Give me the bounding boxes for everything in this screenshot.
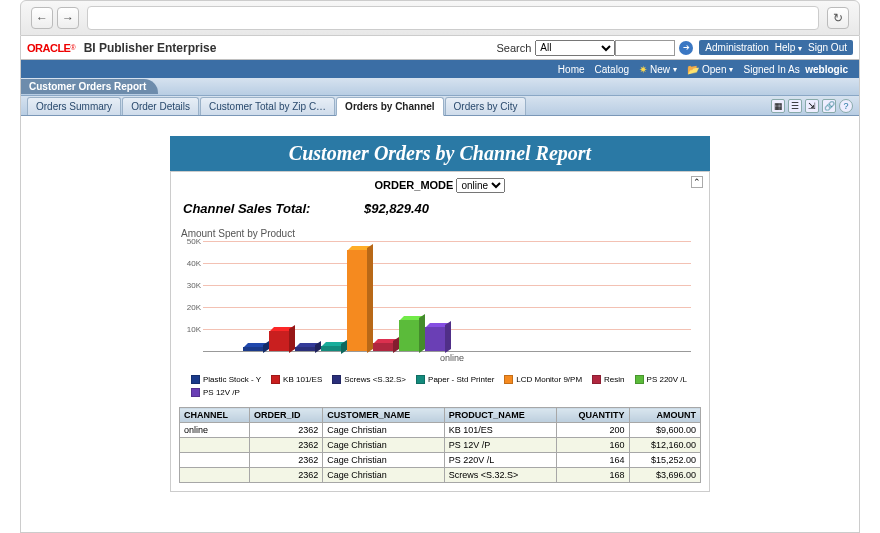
signed-in-label: Signed In As weblogic xyxy=(743,64,848,75)
chart-legend: Plastic Stock - YKB 101/ESScrews <S.32.S… xyxy=(179,371,701,401)
legend-item: LCD Monitor 9/PM xyxy=(504,375,582,384)
legend-item: Paper - Std Printer xyxy=(416,375,494,384)
search-go-button[interactable]: ➔ xyxy=(679,41,693,55)
legend-item: PS 12V /P xyxy=(191,388,240,397)
tab-orders-by-channel[interactable]: Orders by Channel xyxy=(336,97,443,116)
tab-customer-total-zip[interactable]: Customer Total by Zip C… xyxy=(200,97,335,115)
nav-catalog[interactable]: Catalog xyxy=(595,64,629,75)
back-button[interactable]: ← xyxy=(31,7,53,29)
report-breadcrumb: Customer Orders Report xyxy=(21,79,158,94)
search-input[interactable] xyxy=(615,40,675,56)
bar-kb-101-es[interactable] xyxy=(269,331,289,351)
bar-ps-12v-p[interactable] xyxy=(425,327,445,351)
y-tick-label: 20K xyxy=(187,303,201,312)
legend-item: Plastic Stock - Y xyxy=(191,375,261,384)
chain-icon[interactable]: 🔗 xyxy=(822,99,836,113)
breadcrumb: Customer Orders Report xyxy=(21,78,859,96)
tab-order-details[interactable]: Order Details xyxy=(122,97,199,115)
oracle-logo: ORACLE xyxy=(27,42,70,54)
view-tabs: Orders Summary Order Details Customer To… xyxy=(21,96,859,116)
app-window: ORACLE® BI Publisher Enterprise Search A… xyxy=(20,36,860,533)
y-tick-label: 10K xyxy=(187,325,201,334)
help-link[interactable]: Help ▾ xyxy=(775,42,802,53)
y-tick-label: 40K xyxy=(187,259,201,268)
col-product_name[interactable]: PRODUCT_NAME xyxy=(444,408,556,423)
bar-screws-s-32-s-[interactable] xyxy=(295,347,315,351)
export-icon[interactable]: ⇲ xyxy=(805,99,819,113)
nav-open[interactable]: 📂Open▾ xyxy=(687,64,733,75)
signout-link[interactable]: Sign Out xyxy=(808,42,847,53)
col-channel[interactable]: CHANNEL xyxy=(180,408,250,423)
y-tick-label: 50K xyxy=(187,237,201,246)
total-value: $92,829.40 xyxy=(364,201,429,216)
bar-lcd-monitor-9-pm[interactable] xyxy=(347,250,367,351)
filter-row: ORDER_MODE online xyxy=(179,178,701,193)
report-viewport[interactable]: Customer Orders by Channel Report ⌃ ORDE… xyxy=(21,116,859,533)
total-row: Channel Sales Total: $92,829.40 xyxy=(179,199,701,226)
reg-mark: ® xyxy=(70,44,75,51)
collapse-icon[interactable]: ⌃ xyxy=(691,176,703,188)
data-table: CHANNELORDER_IDCUSTOMER_NAMEPRODUCT_NAME… xyxy=(179,407,701,483)
bar-resin[interactable] xyxy=(373,343,393,351)
app-title: BI Publisher Enterprise xyxy=(84,41,217,55)
tab-orders-summary[interactable]: Orders Summary xyxy=(27,97,121,115)
report-panel: ⌃ ORDER_MODE online Channel Sales Total:… xyxy=(170,171,710,492)
filter-label: ORDER_MODE xyxy=(375,179,454,191)
chart-title: Amount Spent by Product xyxy=(181,228,701,239)
admin-link[interactable]: Administration xyxy=(705,42,768,53)
forward-button[interactable]: → xyxy=(57,7,79,29)
legend-item: Screws <S.32.S> xyxy=(332,375,406,384)
tab-orders-by-city[interactable]: Orders by City xyxy=(445,97,527,115)
col-order_id[interactable]: ORDER_ID xyxy=(250,408,323,423)
bar-chart: 50K40K30K20K10K online xyxy=(203,241,701,371)
order-mode-select[interactable]: online xyxy=(456,178,505,193)
col-customer_name[interactable]: CUSTOMER_NAME xyxy=(323,408,444,423)
bar-ps-220v-l[interactable] xyxy=(399,320,419,351)
browser-toolbar: ← → ↻ xyxy=(20,0,860,36)
table-row[interactable]: 2362Cage ChristianPS 12V /P160$12,160.00 xyxy=(180,438,701,453)
reload-button[interactable]: ↻ xyxy=(827,7,849,29)
legend-item: PS 220V /L xyxy=(635,375,687,384)
help-icon[interactable]: ? xyxy=(839,99,853,113)
x-axis-label: online xyxy=(203,353,701,363)
nav-new[interactable]: ✷New▾ xyxy=(639,64,677,75)
app-header: ORACLE® BI Publisher Enterprise Search A… xyxy=(21,36,859,60)
report-title: Customer Orders by Channel Report xyxy=(170,136,710,171)
bar-paper-std-printer[interactable] xyxy=(321,346,341,352)
y-tick-label: 30K xyxy=(187,281,201,290)
col-amount[interactable]: AMOUNT xyxy=(629,408,700,423)
legend-item: Resin xyxy=(592,375,624,384)
table-row[interactable]: online2362Cage ChristianKB 101/ES200$9,6… xyxy=(180,423,701,438)
table-row[interactable]: 2362Cage ChristianScrews <S.32.S>168$3,6… xyxy=(180,468,701,483)
col-quantity[interactable]: QUANTITY xyxy=(556,408,629,423)
bar-plastic-stock-y[interactable] xyxy=(243,347,263,351)
search-scope-select[interactable]: All xyxy=(535,40,615,56)
address-bar[interactable] xyxy=(87,6,819,30)
search-label: Search xyxy=(497,42,532,54)
nav-bar: Home Catalog ✷New▾ 📂Open▾ Signed In As w… xyxy=(21,60,859,78)
nav-home[interactable]: Home xyxy=(558,64,585,75)
table-row[interactable]: 2362Cage ChristianPS 220V /L164$15,252.0… xyxy=(180,453,701,468)
total-label: Channel Sales Total: xyxy=(183,201,310,216)
legend-item: KB 101/ES xyxy=(271,375,322,384)
view-icon[interactable]: ▦ xyxy=(771,99,785,113)
page-icon[interactable]: ☰ xyxy=(788,99,802,113)
